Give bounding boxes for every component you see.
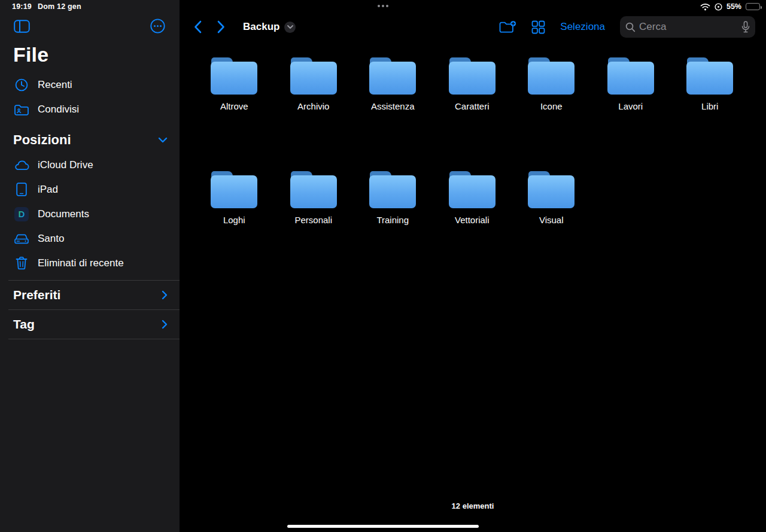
status-time: 19:19 [12, 2, 32, 11]
search-field[interactable] [620, 16, 755, 38]
forward-button[interactable] [217, 20, 225, 34]
orientation-lock-icon [715, 3, 722, 11]
view-options-button[interactable] [531, 20, 545, 34]
folder-item[interactable]: Visual [512, 171, 591, 231]
section-header-posizioni[interactable]: Posizioni [0, 127, 180, 153]
folder-item[interactable]: Loghi [194, 171, 274, 231]
select-button[interactable]: Seleziona [560, 21, 605, 33]
mic-icon[interactable] [741, 21, 750, 33]
item-count: 12 elementi [180, 501, 766, 510]
folder-icon [449, 57, 496, 96]
folder-icon [369, 57, 416, 96]
sidebar-icon [14, 20, 30, 33]
more-options-button[interactable] [150, 19, 165, 34]
sidebar-item-recenti[interactable]: Recenti [0, 72, 180, 97]
status-bar: 19:19 Dom 12 gen 55% [0, 0, 766, 14]
multitasking-indicator[interactable] [378, 5, 388, 7]
folder-item[interactable]: Lavori [591, 57, 671, 117]
sidebar-item-label: Condivisi [38, 104, 79, 115]
folder-item[interactable]: Caratteri [433, 57, 512, 117]
sidebar-item-icloud-drive[interactable]: iCloud Drive [0, 153, 180, 177]
sidebar-item-label: iCloud Drive [38, 159, 93, 171]
folder-icon [369, 171, 416, 209]
trash-icon [13, 256, 30, 270]
chevron-right-icon[interactable] [162, 290, 168, 300]
search-icon [625, 22, 636, 32]
documents-app-icon: D [13, 207, 30, 221]
folder-label: Archivio [297, 101, 329, 111]
search-input[interactable] [639, 21, 738, 33]
folder-label: Icone [540, 101, 563, 111]
folder-item[interactable]: Archivio [274, 57, 354, 117]
folder-icon [449, 171, 496, 209]
section-header-preferiti[interactable]: Preferiti [0, 281, 180, 309]
new-folder-icon [499, 20, 516, 34]
section-label: Posizioni [13, 132, 71, 148]
back-button[interactable] [194, 20, 202, 34]
folder-item[interactable]: Assistenza [353, 57, 433, 117]
divider [8, 339, 180, 339]
folder-icon [211, 57, 257, 96]
battery-percent: 55% [727, 2, 741, 11]
folder-icon [528, 57, 574, 96]
folder-item[interactable]: Vettoriali [433, 171, 512, 231]
status-date: Dom 12 gen [38, 2, 81, 11]
sidebar-item-eliminati[interactable]: Eliminati di recente [0, 251, 180, 275]
folder-label: Personali [294, 215, 332, 225]
external-drive-icon [13, 233, 30, 244]
folder-title: Backup [243, 21, 279, 33]
folder-item[interactable]: Altrove [194, 57, 274, 117]
sidebar-item-condivisi[interactable]: Condivisi [0, 97, 180, 121]
ipad-screen: File Recenti Condivisi Posizioni [0, 0, 766, 532]
toggle-sidebar-button[interactable] [14, 20, 30, 33]
folder-label: Loghi [223, 215, 245, 225]
grid-view-icon [531, 20, 545, 34]
folder-item[interactable]: Libri [670, 57, 750, 117]
sidebar: File Recenti Condivisi Posizioni [0, 0, 180, 532]
sidebar-item-label: Documents [38, 208, 89, 220]
home-indicator[interactable] [287, 525, 479, 528]
breadcrumb[interactable]: Backup [243, 21, 296, 33]
folder-label: Caratteri [455, 101, 490, 111]
battery-icon [746, 3, 760, 10]
sidebar-item-label: Eliminati di recente [38, 257, 124, 269]
wifi-icon [700, 3, 710, 11]
sidebar-item-ipad[interactable]: iPad [0, 177, 180, 202]
chevron-down-icon[interactable] [158, 137, 168, 143]
sidebar-item-label: Santo [38, 233, 64, 245]
folder-item[interactable]: Training [353, 171, 433, 231]
folder-item[interactable]: Icone [512, 57, 591, 117]
folder-label: Vettoriali [455, 215, 490, 225]
new-folder-button[interactable] [499, 20, 516, 34]
chevron-right-icon[interactable] [162, 320, 168, 329]
content-area: Backup [180, 0, 766, 532]
folder-label: Libri [701, 101, 718, 111]
toolbar: Backup [180, 16, 766, 38]
folder-label: Visual [539, 215, 564, 225]
clock-icon [13, 78, 30, 92]
sidebar-item-label: Recenti [38, 79, 72, 91]
folder-icon [290, 171, 337, 209]
folder-label: Altrove [220, 101, 248, 111]
folder-icon [686, 57, 733, 96]
folder-grid: Altrove Archivio Assistenza Caratteri Ic… [194, 57, 766, 285]
folder-label: Lavori [618, 101, 643, 111]
section-label: Preferiti [13, 288, 60, 302]
chevron-down-icon [287, 25, 293, 29]
title-menu-button[interactable] [284, 22, 296, 33]
folder-icon [607, 57, 654, 96]
folder-icon [211, 171, 257, 209]
app-title: File [13, 43, 180, 66]
sidebar-item-label: iPad [38, 184, 58, 196]
folder-icon [528, 171, 574, 209]
cloud-icon [13, 159, 30, 171]
sidebar-item-santo[interactable]: Santo [0, 226, 180, 251]
folder-item[interactable]: Personali [274, 171, 354, 231]
ipad-icon [13, 183, 30, 196]
shared-folder-icon [13, 103, 30, 116]
ellipsis-circle-icon [150, 19, 165, 34]
folder-icon [290, 57, 337, 96]
folder-label: Training [376, 215, 409, 225]
section-header-tag[interactable]: Tag [0, 310, 180, 339]
sidebar-item-documents[interactable]: D Documents [0, 202, 180, 226]
